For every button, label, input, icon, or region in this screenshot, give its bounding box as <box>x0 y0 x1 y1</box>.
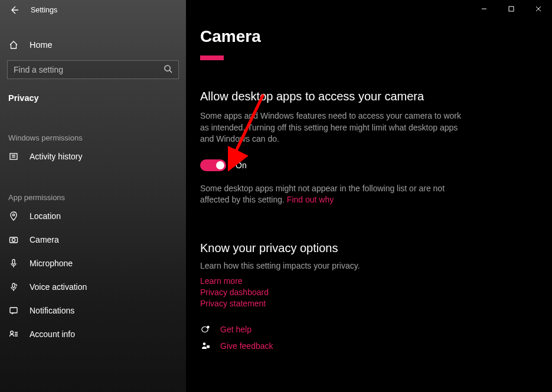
svg-rect-7 <box>10 308 17 313</box>
get-help-link[interactable]: Get help <box>220 325 251 334</box>
learn-more-link[interactable]: Learn more <box>200 276 528 286</box>
minimize-icon <box>481 6 487 12</box>
maximize-button[interactable] <box>498 0 525 18</box>
group-header-app-permissions: App permissions <box>0 190 186 204</box>
close-icon <box>535 6 541 12</box>
nav-item-label: Voice activation <box>30 282 87 292</box>
search-icon <box>164 64 172 76</box>
privacy-links: Learn more Privacy dashboard Privacy sta… <box>200 276 528 308</box>
feedback-icon <box>200 341 211 351</box>
privacy-dashboard-link[interactable]: Privacy dashboard <box>200 288 528 297</box>
search-box[interactable] <box>7 60 179 79</box>
privacy-sub: Learn how this setting impacts your priv… <box>200 261 528 270</box>
give-feedback-link[interactable]: Give feedback <box>220 341 273 351</box>
window-title: Settings <box>31 6 57 14</box>
sidebar-item-microphone[interactable]: Microphone <box>0 251 186 275</box>
section-heading-desktop-apps: Allow desktop apps to access your camera <box>200 90 528 103</box>
main-content: Camera Allow desktop apps to access your… <box>186 0 552 392</box>
titlebar: Settings <box>0 0 186 20</box>
section-note: Some desktop apps might not appear in th… <box>200 183 466 206</box>
svg-point-2 <box>12 214 14 215</box>
search-input[interactable] <box>14 65 164 74</box>
svg-rect-13 <box>207 345 210 348</box>
sidebar-item-account-info[interactable]: Account info <box>0 322 186 346</box>
sidebar-item-location[interactable]: Location <box>0 204 186 228</box>
accent-block <box>200 55 224 60</box>
svg-rect-1 <box>10 153 17 159</box>
location-icon <box>8 211 19 221</box>
section-desc: Some apps and Windows features need to a… <box>200 110 466 145</box>
voice-activation-icon <box>8 282 19 292</box>
svg-point-0 <box>165 65 170 70</box>
minimize-button[interactable] <box>471 0 498 18</box>
svg-point-8 <box>11 331 14 334</box>
nav-item-label: Account info <box>30 329 75 339</box>
svg-rect-6 <box>12 283 15 288</box>
svg-point-11 <box>207 326 209 328</box>
svg-point-4 <box>12 239 15 241</box>
notifications-icon <box>8 306 19 315</box>
camera-icon <box>8 235 19 244</box>
sidebar-item-notifications[interactable]: Notifications <box>0 299 186 322</box>
page-title: Camera <box>200 27 528 46</box>
maximize-icon <box>508 6 514 12</box>
toggle-state-label: On <box>236 161 247 170</box>
nav-item-label: Location <box>30 211 61 221</box>
activity-history-icon <box>8 152 19 161</box>
sidebar: Settings Home Privacy Windows permission… <box>0 0 186 392</box>
toggle-row: On <box>200 159 528 171</box>
close-button[interactable] <box>525 0 552 18</box>
sidebar-home[interactable]: Home <box>0 34 186 55</box>
give-feedback-row[interactable]: Give feedback <box>200 341 528 351</box>
group-header-windows-permissions: Windows permissions <box>0 130 186 145</box>
arrow-left-icon <box>9 5 19 15</box>
desktop-apps-toggle[interactable] <box>200 159 226 171</box>
nav-item-label: Camera <box>30 235 59 244</box>
sidebar-home-label: Home <box>30 40 53 50</box>
privacy-statement-link[interactable]: Privacy statement <box>200 299 528 308</box>
svg-rect-9 <box>509 6 514 11</box>
window-controls <box>471 0 552 18</box>
section-heading-privacy-options: Know your privacy options <box>200 241 528 255</box>
nav-item-label: Activity history <box>30 152 82 161</box>
help-icon <box>200 325 211 334</box>
sidebar-category: Privacy <box>0 87 186 109</box>
account-info-icon <box>8 329 19 339</box>
toggle-knob <box>216 161 224 169</box>
home-icon <box>8 40 19 50</box>
svg-point-12 <box>203 342 206 345</box>
sidebar-item-activity-history[interactable]: Activity history <box>0 145 186 168</box>
nav-item-label: Microphone <box>30 259 73 268</box>
sidebar-item-camera[interactable]: Camera <box>0 228 186 251</box>
get-help-row[interactable]: Get help <box>200 325 528 334</box>
nav-item-label: Notifications <box>30 306 74 315</box>
microphone-icon <box>8 259 19 268</box>
find-out-why-link[interactable]: Find out why <box>287 195 334 204</box>
sidebar-item-voice-activation[interactable]: Voice activation <box>0 275 186 299</box>
back-button[interactable] <box>6 2 22 18</box>
svg-rect-5 <box>12 260 15 264</box>
